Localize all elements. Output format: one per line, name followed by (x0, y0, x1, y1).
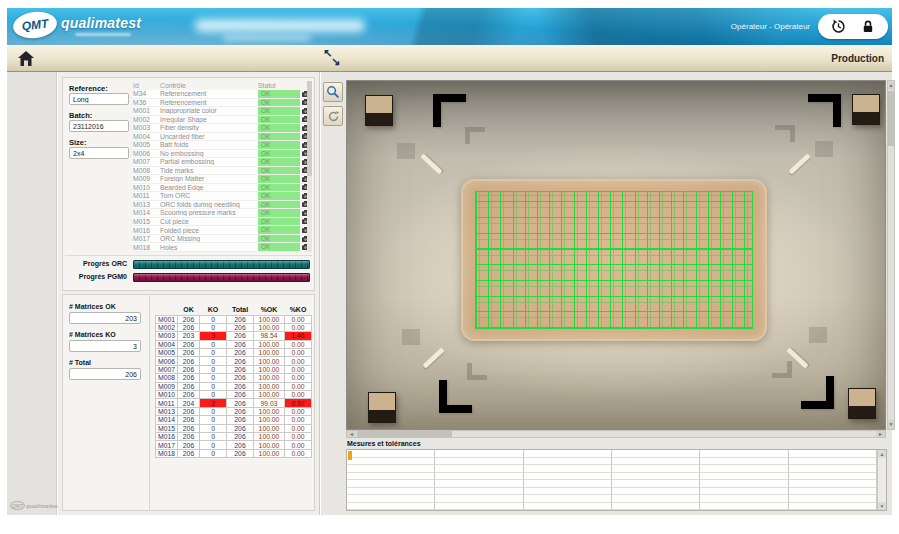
control-row[interactable]: M34ReferencementOK (133, 90, 310, 99)
control-row[interactable]: M013ORC folds during needlingOK (133, 201, 310, 210)
measure-cell[interactable] (789, 488, 877, 496)
measure-cell[interactable] (700, 495, 788, 503)
measure-cell[interactable] (435, 503, 523, 511)
control-row[interactable]: M010Bearded EdgeOK (133, 184, 310, 193)
matrices-ok-field[interactable] (69, 312, 141, 324)
measure-cell[interactable] (700, 465, 788, 473)
measure-cell[interactable] (612, 458, 700, 466)
measure-cell[interactable] (347, 450, 435, 458)
control-row[interactable]: M008Tide marksOK (133, 167, 310, 176)
stats-ko: 0 (200, 340, 227, 348)
measure-cell[interactable] (347, 488, 435, 496)
scroll-right-icon[interactable]: ► (876, 431, 885, 437)
control-row[interactable]: M018HolesOK (133, 243, 310, 252)
measure-cell[interactable] (700, 450, 788, 458)
size-field[interactable] (69, 147, 129, 159)
shadow-square (402, 329, 420, 345)
home-icon[interactable] (17, 50, 39, 68)
reference-field[interactable] (69, 93, 129, 105)
control-row[interactable]: M017ORC MissingOK (133, 235, 310, 244)
control-row[interactable]: M015Cut pieceOK (133, 218, 310, 227)
measure-cell[interactable] (524, 465, 612, 473)
measure-cell[interactable] (347, 495, 435, 503)
scroll-up-icon[interactable]: ▲ (878, 450, 886, 458)
measure-cell[interactable] (612, 503, 700, 511)
control-row[interactable]: M016Folded pieceOK (133, 226, 310, 235)
control-row[interactable]: M003Fiber densityOK (133, 124, 310, 133)
scroll-down-icon[interactable]: ▼ (888, 420, 894, 429)
stats-ok: 206 (178, 349, 200, 357)
measure-cell[interactable] (612, 465, 700, 473)
measure-cell[interactable] (524, 473, 612, 481)
control-row[interactable]: M014Scouring pressure marksOK (133, 209, 310, 218)
total-field[interactable] (69, 368, 141, 380)
controls-list-scrollbar[interactable] (307, 81, 312, 252)
measure-cell[interactable] (700, 488, 788, 496)
hscroll-thumb[interactable] (357, 431, 452, 437)
measure-cell[interactable] (789, 503, 877, 511)
control-row[interactable]: M004Uncarded fiberOK (133, 133, 310, 142)
measure-cell[interactable] (435, 480, 523, 488)
measure-cell[interactable] (789, 495, 877, 503)
measure-cell[interactable] (347, 480, 435, 488)
zoom-tool-button[interactable] (323, 82, 343, 102)
measure-cell[interactable] (347, 458, 435, 466)
image-vertical-scrollbar[interactable]: ▲ ▼ (887, 80, 895, 430)
matrices-ko-field[interactable] (69, 340, 141, 352)
measure-cell[interactable] (700, 473, 788, 481)
measure-cell[interactable] (700, 503, 788, 511)
refresh-tool-button[interactable] (323, 106, 343, 126)
camera-image-viewport[interactable] (346, 80, 886, 430)
expand-icon[interactable]: ↖ ↘ (322, 48, 344, 70)
measure-cell[interactable] (435, 458, 523, 466)
measure-cell[interactable] (612, 488, 700, 496)
measure-cell[interactable] (435, 495, 523, 503)
history-icon[interactable] (829, 18, 847, 36)
control-row[interactable]: M36ReferencementOK (133, 99, 310, 108)
divider (65, 255, 312, 256)
measure-cell[interactable] (435, 465, 523, 473)
control-row[interactable]: M011Torn ORCOK (133, 192, 310, 201)
batch-field[interactable] (69, 120, 129, 132)
measure-cell[interactable] (347, 473, 435, 481)
control-row[interactable]: M009Foreign MatterOK (133, 175, 310, 184)
measure-cell[interactable] (347, 465, 435, 473)
measure-cell[interactable] (789, 465, 877, 473)
measure-cell[interactable] (789, 450, 877, 458)
measure-cell[interactable] (435, 450, 523, 458)
control-row[interactable]: M002Irregular ShapeOK (133, 116, 310, 125)
control-row[interactable]: M005Batt foldsOK (133, 141, 310, 150)
measure-cell[interactable] (524, 503, 612, 511)
measure-cell[interactable] (524, 488, 612, 496)
control-row[interactable]: M007Partial embossingOK (133, 158, 310, 167)
control-label: No embossing (160, 150, 258, 157)
scroll-up-icon[interactable]: ▲ (888, 81, 894, 90)
measure-cell[interactable] (789, 458, 877, 466)
lock-icon[interactable] (859, 18, 877, 36)
measure-cell[interactable] (347, 503, 435, 511)
measure-cell[interactable] (524, 450, 612, 458)
scroll-down-icon[interactable]: ▼ (878, 502, 886, 510)
measure-cell[interactable] (524, 495, 612, 503)
measures-scrollbar[interactable]: ▲ ▼ (877, 450, 886, 510)
measure-cell[interactable] (700, 458, 788, 466)
control-row[interactable]: M006No embossingOK (133, 150, 310, 159)
measure-cell[interactable] (524, 458, 612, 466)
measure-cell[interactable] (612, 450, 700, 458)
control-row[interactable]: M001Inappropriate colorOK (133, 107, 310, 116)
measure-cell[interactable] (435, 488, 523, 496)
measure-cell[interactable] (524, 480, 612, 488)
stats-pok: 100.00 (254, 349, 285, 357)
measure-cell[interactable] (612, 473, 700, 481)
scroll-left-icon[interactable]: ◄ (347, 431, 356, 437)
measure-cell[interactable] (700, 480, 788, 488)
stats-pko: 0.00 (285, 349, 312, 357)
measure-cell[interactable] (435, 473, 523, 481)
measure-cell[interactable] (789, 480, 877, 488)
vscroll-thumb[interactable] (888, 91, 894, 146)
measure-cell[interactable] (612, 480, 700, 488)
measure-cell[interactable] (612, 495, 700, 503)
image-horizontal-scrollbar[interactable]: ◄ ► (346, 430, 886, 438)
measure-cell[interactable] (789, 473, 877, 481)
control-status-badge: OK (258, 116, 300, 124)
